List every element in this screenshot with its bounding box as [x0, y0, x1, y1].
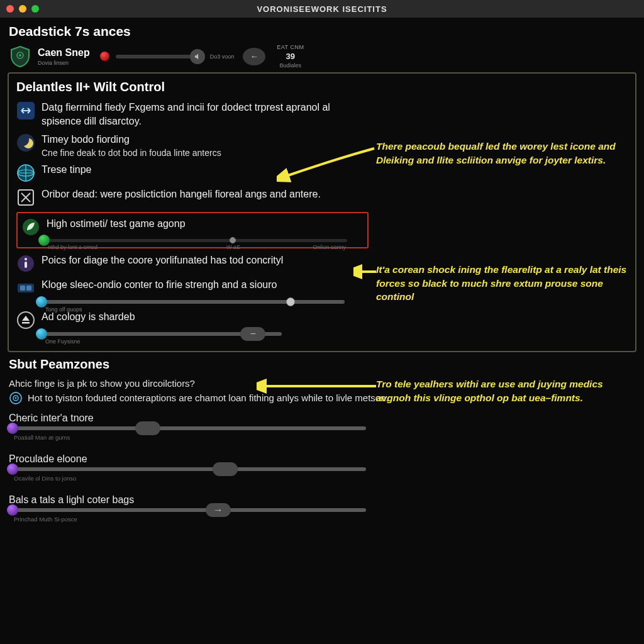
slider-thumb — [213, 462, 238, 476]
highlight-slider[interactable]: nthd by lont a crned W aS Onlion canny — [45, 239, 347, 242]
device-icon — [16, 279, 35, 297]
lower-slider-3[interactable]: Bals a tals a lighl coter bags → Princha… — [9, 494, 635, 523]
arrows-icon — [16, 101, 35, 120]
option-label: Poics for diage the coore yorlifunated h… — [42, 253, 283, 267]
header-item-label: Caen Snep — [38, 47, 90, 58]
crest-icon — [9, 45, 31, 68]
minimize-window-button[interactable] — [19, 5, 26, 13]
slider-sub: Tong olf guops — [45, 306, 82, 313]
header-slider[interactable]: Do3 voon ← EAT CNM 39 Budiales — [100, 44, 304, 69]
callout-3: Tro tele yealhers withi are use and juyi… — [376, 377, 628, 404]
red-dot-icon — [100, 52, 109, 61]
callout-2: It'a corean shock ining the flearelitp a… — [376, 263, 628, 304]
svg-rect-12 — [18, 284, 34, 292]
target-icon — [9, 391, 23, 405]
slider-right-label: Onlion canny — [313, 244, 346, 250]
slider-thumb — [135, 421, 160, 435]
svg-point-1 — [19, 54, 21, 57]
option-label: Timey bodo fiording — [42, 133, 221, 147]
lower-slider-1[interactable]: Cheric inter'a tnore Poatiall Man æ gums — [9, 413, 635, 441]
header-cap-back[interactable]: ← — [243, 48, 265, 65]
option-label: Datg fierrnind fiedy Fxgems and incii fo… — [42, 101, 369, 128]
minus-icon: − — [240, 327, 265, 341]
globe-icon — [16, 164, 35, 182]
svg-rect-14 — [26, 286, 31, 291]
slider-label: Proculade eloone — [9, 453, 635, 465]
eject-icon — [16, 311, 35, 330]
section-title-sbut: Sbut Peamzones — [9, 357, 635, 372]
info-icon — [16, 254, 35, 273]
header-row: Caen Snep Dovia linsen Do3 voon ← EAT CN… — [9, 44, 635, 69]
option-label: High ostimeti/ test game agonp — [47, 217, 186, 231]
option-label: Trese tinpe — [42, 163, 91, 177]
zoom-window-button[interactable] — [31, 5, 39, 13]
arrow-left-icon: ← — [243, 48, 265, 65]
arrow-right-icon: → — [206, 503, 231, 517]
close-window-button[interactable] — [6, 5, 14, 13]
slider-start-dot — [7, 504, 18, 516]
option-row[interactable]: Datg fierrnind fiedy Fxgems and incii fo… — [16, 101, 628, 128]
slider-sub: Poatiall Man æ gums — [14, 434, 635, 441]
panel-delantles: Delantles II+ Wilt Control Datg fierrnin… — [8, 72, 636, 352]
kloge-slider[interactable]: Tong olf guops — [43, 300, 345, 304]
callout-1: There peacoub bequalf led the worey lest… — [376, 140, 628, 167]
header-cap-value: EAT CNM 39 Budiales — [277, 44, 304, 69]
header-slider-label: Do3 voon — [210, 53, 235, 60]
section-title-deadstick: Deadstick 7s ances — [9, 24, 644, 39]
header-item-sub: Dovia linsen — [38, 60, 90, 66]
traffic-lights — [6, 5, 39, 13]
slider-sub: One Fuysisne — [45, 338, 80, 345]
ad-cology-slider[interactable]: − One Fuysisne — [43, 332, 282, 336]
window-title: VORONISEEWORK ISECITITS — [0, 4, 644, 14]
option-row-highlight[interactable]: High ostimeti/ test game agonp — [21, 217, 364, 236]
lower-slider-2[interactable]: Proculade eloone Ocavile ol Dins to jons… — [9, 453, 635, 482]
option-label: Kloge sleec-ondio conter to firie streng… — [42, 278, 277, 292]
svg-rect-10 — [25, 262, 27, 268]
mute-icon — [190, 49, 205, 64]
option-sub: Cne fine deak to dot bod in fouda linte … — [42, 148, 221, 158]
panel-title: Delantles II+ Wilt Control — [16, 80, 628, 94]
cross-box-icon — [16, 188, 35, 207]
leaf-icon — [21, 218, 40, 236]
slider-sub: Princhad Muth Si-posce — [14, 516, 635, 523]
slider-start-dot — [7, 423, 18, 434]
slider-start-dot — [7, 464, 18, 475]
svg-rect-16 — [22, 322, 30, 324]
info-text: Hot to tyiston foduted conteraptions are… — [28, 392, 389, 403]
option-label: Oribor dead: were poslictiction hangeli … — [42, 187, 321, 201]
svg-point-19 — [15, 397, 17, 399]
slider-mid-label: W aS — [226, 244, 240, 250]
svg-point-11 — [25, 258, 27, 260]
svg-rect-13 — [20, 286, 25, 291]
slider-label: Cheric inter'a tnore — [9, 413, 635, 424]
highlight-box: High ostimeti/ test game agonp nthd by l… — [16, 212, 369, 248]
header-item[interactable]: Caen Snep Dovia linsen — [38, 47, 90, 66]
slider-sub: Ocavile ol Dins to jonso — [14, 475, 635, 482]
option-row[interactable]: Ad cology is shardeb — [16, 310, 628, 330]
moon-icon — [16, 133, 35, 152]
slider-sub-left: nthd by lont a crned — [48, 244, 97, 250]
titlebar: VORONISEEWORK ISECITITS — [0, 0, 644, 18]
slider-label: Bals a tals a lighl coter bags — [9, 494, 635, 506]
option-row[interactable]: Oribor dead: were poslictiction hangeli … — [16, 187, 628, 207]
